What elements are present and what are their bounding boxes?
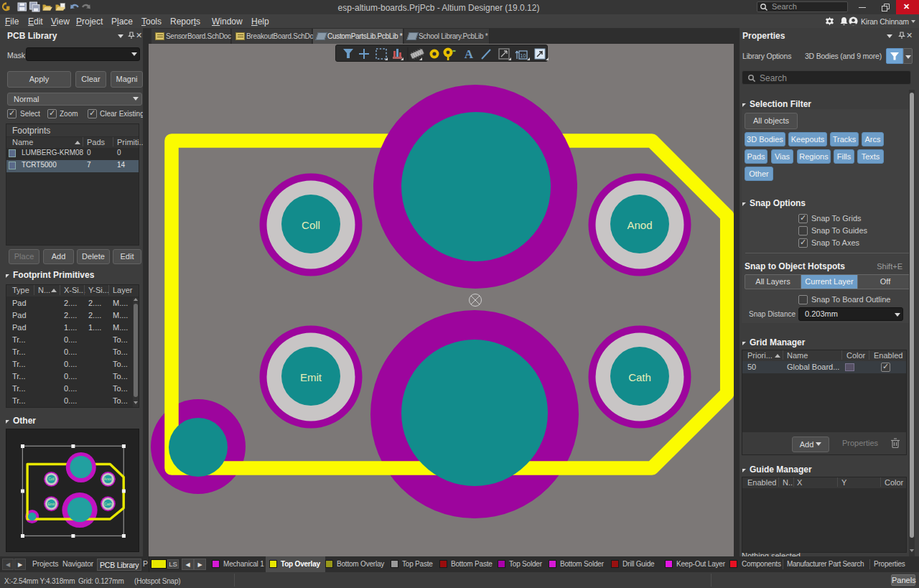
svg-text:Coll: Coll — [48, 477, 55, 481]
svg-text:Emit: Emit — [300, 371, 322, 383]
svg-text:Cath: Cath — [628, 371, 651, 383]
svg-text:Coll: Coll — [302, 219, 320, 231]
svg-text:Anod: Anod — [627, 219, 652, 231]
svg-text:A: A — [465, 47, 474, 61]
svg-text:10: 10 — [521, 53, 526, 58]
svg-text:Emit: Emit — [48, 502, 56, 506]
svg-text:Cath: Cath — [104, 502, 112, 506]
svg-text:Anod: Anod — [104, 477, 113, 481]
